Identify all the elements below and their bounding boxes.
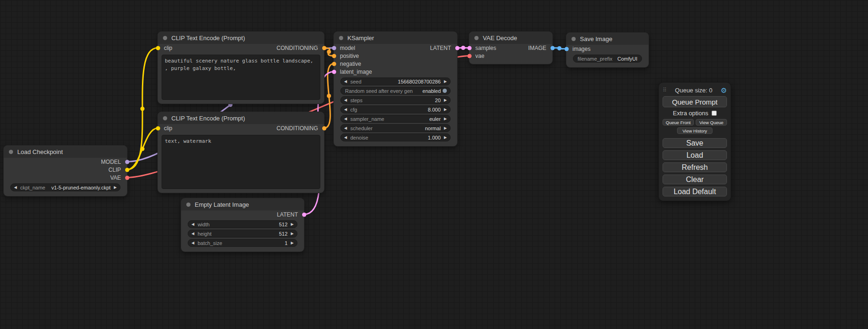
node-clip-text-encode-negative[interactable]: CLIP Text Encode (Prompt) clip CONDITION… — [158, 112, 324, 193]
node-title-bar[interactable]: Save Image — [566, 33, 649, 45]
collapse-dot-icon[interactable] — [339, 36, 343, 40]
extra-options-checkbox[interactable] — [712, 111, 717, 116]
node-graph-canvas[interactable]: Load Checkpoint MODEL CLIP VAE ◀ ckpt_na… — [0, 0, 868, 329]
node-title-bar[interactable]: Load Checkpoint — [4, 146, 127, 158]
node-clip-text-encode-positive[interactable]: CLIP Text Encode (Prompt) clip CONDITION… — [158, 32, 324, 104]
widget-label: height — [198, 231, 212, 237]
decrement-arrow-icon[interactable]: ◀ — [191, 223, 194, 226]
slot-label: vae — [475, 53, 484, 59]
node-title-bar[interactable]: CLIP Text Encode (Prompt) — [158, 32, 324, 44]
slot-label: IMAGE — [528, 45, 546, 51]
node-ksampler[interactable]: KSampler model LATENT positive negative … — [334, 32, 457, 146]
node-save-image[interactable]: Save Image images filename_prefix ComfyU… — [566, 33, 649, 67]
node-title-bar[interactable]: CLIP Text Encode (Prompt) — [158, 112, 324, 124]
node-title-bar[interactable]: Empty Latent Image — [181, 198, 304, 210]
widget-cfg[interactable]: ◀ cfg 8.000 ▶ — [340, 105, 451, 113]
output-row-model: MODEL — [4, 158, 127, 166]
decrement-arrow-icon[interactable]: ◀ — [344, 98, 347, 102]
decrement-arrow-icon[interactable]: ◀ — [344, 117, 347, 121]
input-slot-clip[interactable] — [156, 46, 160, 50]
collapse-dot-icon[interactable] — [163, 36, 167, 40]
decrement-arrow-icon[interactable]: ◀ — [14, 186, 17, 189]
widget-value: enabled — [423, 88, 441, 94]
input-slot-latent-image[interactable] — [332, 70, 336, 74]
output-slot-vae[interactable] — [125, 175, 129, 180]
widget-sampler-name[interactable]: ◀ sampler_name euler ▶ — [340, 115, 451, 123]
output-slot-image[interactable] — [550, 46, 555, 50]
slot-row: clip CONDITIONING — [158, 124, 324, 132]
collapse-dot-icon[interactable] — [474, 36, 479, 40]
decrement-arrow-icon[interactable]: ◀ — [344, 108, 347, 112]
settings-gear-icon[interactable]: ⚙ — [721, 87, 727, 94]
widget-random-seed-toggle[interactable]: Random seed after every gen enabled — [340, 87, 451, 95]
view-history-button[interactable]: View History — [677, 127, 713, 134]
increment-arrow-icon[interactable]: ▶ — [444, 108, 447, 112]
node-title-bar[interactable]: VAE Decode — [469, 32, 552, 44]
decrement-arrow-icon[interactable]: ◀ — [344, 126, 347, 130]
increment-arrow-icon[interactable]: ▶ — [114, 186, 117, 189]
node-title-bar[interactable]: KSampler — [334, 32, 457, 44]
output-slot-model[interactable] — [125, 160, 129, 164]
output-slot-conditioning[interactable] — [322, 126, 326, 130]
load-button[interactable]: Load — [663, 150, 727, 160]
clear-button[interactable]: Clear — [663, 175, 727, 184]
link-midpoint-dot — [461, 46, 466, 50]
toggle-on-indicator-icon[interactable] — [443, 89, 447, 93]
prompt-textarea[interactable]: beautiful scenery nature glass bottle la… — [162, 55, 320, 100]
input-slot-clip[interactable] — [156, 126, 160, 130]
extra-options-label: Extra options — [673, 110, 708, 117]
drag-handle-icon[interactable]: ⠿ — [663, 87, 667, 93]
collapse-dot-icon[interactable] — [186, 203, 191, 207]
widget-seed[interactable]: ◀ seed 156680208700286 ▶ — [340, 77, 451, 85]
widget-scheduler[interactable]: ◀ scheduler normal ▶ — [340, 124, 451, 132]
input-slot-vae[interactable] — [467, 54, 472, 58]
refresh-button[interactable]: Refresh — [663, 162, 727, 172]
widget-ckpt-name[interactable]: ◀ ckpt_name v1-5-pruned-emaonly.ckpt ▶ — [10, 183, 120, 191]
node-empty-latent-image[interactable]: Empty Latent Image LATENT ◀ width 512 ▶ … — [181, 198, 304, 252]
decrement-arrow-icon[interactable]: ◀ — [344, 136, 347, 140]
output-slot-latent[interactable] — [302, 212, 306, 217]
collapse-dot-icon[interactable] — [163, 116, 167, 120]
queue-front-button[interactable]: Queue Front — [663, 119, 694, 126]
save-button[interactable]: Save — [663, 138, 727, 148]
input-slot-images[interactable] — [565, 47, 569, 51]
output-slot-latent[interactable] — [455, 46, 459, 50]
increment-arrow-icon[interactable]: ▶ — [444, 98, 447, 102]
link-midpoint-dot — [141, 147, 145, 151]
increment-arrow-icon[interactable]: ▶ — [444, 126, 447, 130]
slot-row: vae — [469, 52, 552, 60]
decrement-arrow-icon[interactable]: ◀ — [344, 80, 347, 84]
comfy-menu-panel[interactable]: ⠿ Queue size: 0 ⚙ Queue Prompt Extra opt… — [658, 82, 731, 201]
widget-batch-size[interactable]: ◀ batch_size 1 ▶ — [188, 239, 297, 247]
widget-denoise[interactable]: ◀ denoise 1.000 ▶ — [340, 133, 451, 141]
increment-arrow-icon[interactable]: ▶ — [444, 136, 447, 140]
increment-arrow-icon[interactable]: ▶ — [291, 232, 294, 236]
decrement-arrow-icon[interactable]: ◀ — [191, 241, 194, 245]
increment-arrow-icon[interactable]: ▶ — [444, 80, 447, 84]
widget-width[interactable]: ◀ width 512 ▶ — [188, 220, 297, 228]
input-slot-samples[interactable] — [467, 46, 472, 50]
decrement-arrow-icon[interactable]: ◀ — [191, 232, 194, 236]
prompt-textarea[interactable]: text, watermark — [162, 135, 320, 189]
collapse-dot-icon[interactable] — [572, 37, 576, 41]
queue-prompt-button[interactable]: Queue Prompt — [663, 96, 727, 107]
node-load-checkpoint[interactable]: Load Checkpoint MODEL CLIP VAE ◀ ckpt_na… — [4, 146, 127, 196]
input-slot-model[interactable] — [332, 46, 336, 50]
increment-arrow-icon[interactable]: ▶ — [444, 117, 447, 121]
slot-label: clip — [164, 125, 172, 132]
widget-filename-prefix[interactable]: filename_prefix ComfyUI — [573, 55, 642, 63]
view-queue-button[interactable]: View Queue — [696, 119, 727, 126]
input-slot-negative[interactable] — [332, 62, 336, 66]
widget-label: steps — [350, 98, 362, 103]
load-default-button[interactable]: Load Default — [663, 187, 727, 196]
node-vae-decode[interactable]: VAE Decode samples IMAGE vae — [469, 32, 552, 64]
output-slot-conditioning[interactable] — [322, 46, 326, 50]
widget-steps[interactable]: ◀ steps 20 ▶ — [340, 96, 451, 104]
collapse-dot-icon[interactable] — [9, 150, 13, 154]
input-slot-positive[interactable] — [332, 54, 336, 58]
output-slot-clip[interactable] — [125, 168, 129, 172]
widget-height[interactable]: ◀ height 512 ▶ — [188, 230, 297, 238]
increment-arrow-icon[interactable]: ▶ — [291, 223, 294, 226]
increment-arrow-icon[interactable]: ▶ — [291, 241, 294, 245]
node-title: VAE Decode — [483, 35, 517, 42]
